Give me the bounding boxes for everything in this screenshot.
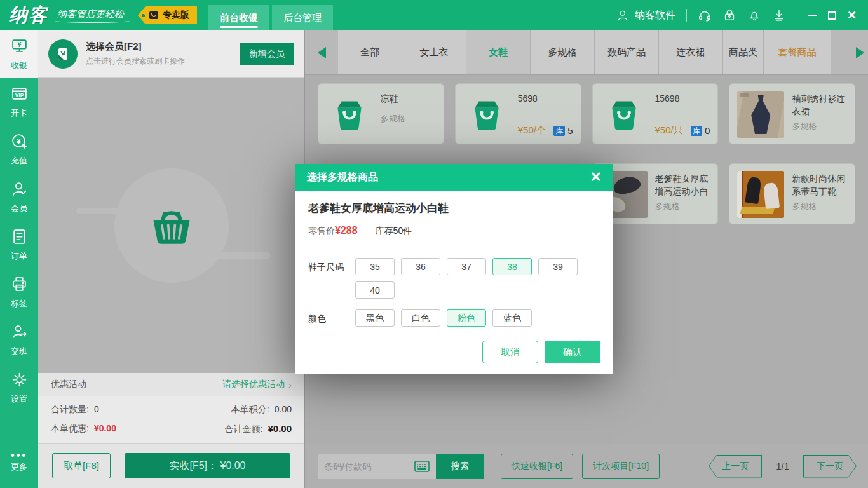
cart-panel: 选择会员[F2] 点击进行会员搜索或刷卡操作 新增会员 优惠活动 请选择优惠活动… [38,30,305,488]
category-tab-combo[interactable]: 套餐商品 [764,30,831,74]
size-option[interactable]: 36 [401,258,440,275]
color-option[interactable]: 白色 [401,309,440,327]
support-headset-icon[interactable] [698,8,712,22]
label-printer-icon [11,276,28,295]
product-photo [737,91,784,138]
tab-front-cashier[interactable]: 前台收银 [208,5,269,30]
category-tab-women-shoes[interactable]: 女鞋 [466,30,531,74]
lock-icon[interactable] [722,8,736,22]
category-tab-label: 女上衣 [420,46,449,58]
color-option[interactable]: 蓝色 [492,309,532,327]
product-name: 5698 [518,93,573,105]
size-option[interactable]: 37 [447,258,486,275]
sidebar-item-shift[interactable]: 交班 [0,316,38,364]
color-option[interactable]: 黑色 [355,309,395,327]
product-price-row: ¥50/个 库 5 [518,125,573,137]
product-card[interactable]: 凉鞋 多规格 [318,83,444,144]
category-tab-tops[interactable]: 女上衣 [402,30,466,74]
tab-front-cashier-label: 前台收银 [220,12,258,24]
notification-bell-icon[interactable] [747,8,761,22]
window-minimize-button[interactable] [808,15,817,16]
product-name: 15698 [655,93,710,105]
tab-back-management[interactable]: 后台管理 [272,5,333,30]
keyboard-icon[interactable] [414,461,433,472]
promo-select-link[interactable]: 请选择优惠活动 › [222,379,292,390]
retail-price-value: ¥288 [335,225,358,236]
sidebar-label: 开卡 [11,107,27,119]
download-update-icon[interactable] [772,8,786,22]
color-option-selected[interactable]: 粉色 [447,309,486,327]
cancel-button[interactable]: 取消 [482,341,538,363]
product-bag-icon [326,91,373,138]
member-select-area[interactable]: 选择会员[F2] 点击进行会员搜索或刷卡操作 [86,41,231,67]
recharge-yen-icon: ¥ [11,133,28,152]
order-amount-label: 合计金额: [225,424,263,435]
product-card[interactable]: 15698 ¥50/只 库 0 [592,83,719,144]
divider [686,9,687,22]
category-scroll-right-button[interactable] [851,30,868,74]
svg-text:¥: ¥ [17,41,21,48]
svg-text:VIP: VIP [15,92,24,98]
pagination: 上一页 1/1 下一页 [709,455,860,478]
confirm-button[interactable]: 确认 [545,341,600,363]
quick-checkout-button[interactable]: 快速收银[F6] [501,454,573,479]
size-option[interactable]: 40 [355,281,395,299]
sidebar-item-open-card[interactable]: VIP 开卡 [0,78,38,126]
member-select-header: 选择会员[F2] 点击进行会员搜索或刷卡操作 新增会员 [38,30,304,78]
product-info: 凉鞋 多规格 [381,91,436,137]
category-tab-label: 多规格 [548,46,577,58]
member-select-subtitle: 点击进行会员搜索或刷卡操作 [86,56,231,67]
modal-stock: 库存50件 [376,226,412,237]
order-points-label: 本单积分: [231,404,269,416]
window-close-button[interactable]: ✕ [847,10,857,21]
sidebar-item-more[interactable]: ••• 更多 [0,439,38,487]
hold-order-button[interactable]: 取单[F8] [52,453,111,478]
size-option-selected[interactable]: 38 [492,258,532,275]
member-card-icon[interactable] [48,39,78,69]
next-page-button[interactable]: 下一页 [803,455,857,478]
category-tab-all[interactable]: 全部 [338,30,402,74]
category-tab-dresses[interactable]: 连衣裙 [659,30,723,74]
product-card[interactable]: 5698 ¥50/个 库 5 [455,83,581,144]
category-scroll-left-button[interactable] [305,30,338,74]
sidebar-item-settings[interactable]: 设置 [0,364,38,412]
product-card[interactable]: 新款时尚休闲系带马丁靴 多规格 [729,163,855,224]
category-tab-digital[interactable]: 数码产品 [595,30,659,74]
add-member-button[interactable]: 新增会员 [240,43,294,65]
modal-close-icon[interactable]: ✕ [590,170,602,184]
checkout-button[interactable]: 实收[F5]： ¥0.00 [125,453,290,478]
shift-change-icon [11,323,28,342]
category-tab-label: 全部 [360,46,379,58]
modal-header: 选择多规格商品 ✕ [295,164,613,191]
sidebar-item-recharge[interactable]: ¥ 充值 [0,126,38,173]
sidebar-item-cashier[interactable]: ¥ 收银 [0,30,38,78]
barcode-input[interactable] [318,461,414,471]
account[interactable]: 纳客软件 [616,8,675,22]
stock-count: 5 [567,125,573,136]
edition-badge: 专卖版 [138,6,197,24]
total-qty: 合计数量: 0 [51,404,172,416]
category-tab-goods-type[interactable]: 商品类 [723,30,764,74]
sidebar-label: 充值 [11,155,27,166]
cart-empty-area [38,78,304,373]
product-card[interactable]: 袖刺绣衬衫连衣裙 多规格 [729,83,855,144]
size-option[interactable]: 39 [538,258,578,275]
sidebar-item-member[interactable]: 会员 [0,173,38,221]
sidebar-item-orders[interactable]: 订单 [0,221,38,269]
product-name: 老爹鞋女厚底增高运动小白 [655,173,710,198]
window-maximize-button[interactable] [828,11,836,20]
search-button[interactable]: 搜索 [436,454,484,479]
category-tab-multispec[interactable]: 多规格 [531,30,595,74]
sidebar-item-labels[interactable]: 标签 [0,269,38,316]
count-item-button[interactable]: 计次项目[F10] [582,454,660,479]
sidebar-label: 更多 [11,461,27,473]
stock-badge: 库 [553,126,565,136]
prev-page-label: 上一页 [722,461,749,472]
category-tab-label: 商品类 [729,46,757,58]
size-option[interactable]: 35 [355,258,395,275]
photo-detail [740,207,775,214]
next-page-label: 下一页 [817,461,843,472]
divider [797,9,797,22]
prev-page-button[interactable]: 上一页 [709,455,762,478]
product-name: 凉鞋 [381,93,436,105]
